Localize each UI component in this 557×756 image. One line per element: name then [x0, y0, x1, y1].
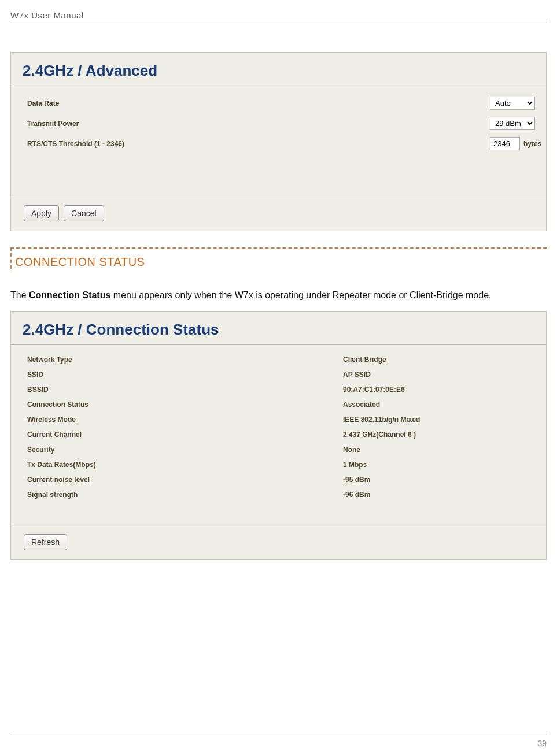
header-rule	[10, 23, 547, 23]
table-row: Tx Data Rates(Mbps) 1 Mbps	[27, 457, 530, 472]
status-value: 2.437 GHz(Channel 6 )	[343, 431, 416, 439]
footer-rule	[10, 735, 547, 735]
status-label: Tx Data Rates(Mbps)	[27, 461, 343, 469]
table-row: Signal strength -96 dBm	[27, 487, 530, 502]
status-label: Connection Status	[27, 401, 343, 409]
advanced-panel-footer: Apply Cancel	[11, 198, 546, 231]
status-label: Current noise level	[27, 476, 343, 484]
rtscts-row: RTS/CTS Threshold (1 - 2346) bytes	[27, 134, 530, 154]
section-body-text: The Connection Status menu appears only …	[10, 288, 547, 303]
transmit-power-select[interactable]: 29 dBm	[490, 117, 535, 130]
section-text-bold: Connection Status	[29, 290, 110, 300]
status-label: Security	[27, 446, 343, 454]
table-row: Security None	[27, 442, 530, 457]
page-number: 39	[10, 739, 547, 748]
cancel-button[interactable]: Cancel	[64, 205, 104, 221]
transmit-power-row: Transmit Power 29 dBm	[27, 113, 530, 134]
table-row: Wireless Mode IEEE 802.11b/g/n Mixed	[27, 412, 530, 427]
advanced-panel: 2.4GHz / Advanced Data Rate Auto Transmi…	[10, 52, 547, 231]
section-text-suffix: menu appears only when the W7x is operat…	[110, 290, 491, 300]
data-rate-row: Data Rate Auto	[27, 93, 530, 113]
status-label: Wireless Mode	[27, 416, 343, 424]
status-value: IEEE 802.11b/g/n Mixed	[343, 416, 420, 424]
page-footer: 39	[10, 735, 547, 748]
data-rate-label: Data Rate	[27, 99, 490, 108]
status-value: 90:A7:C1:07:0E:E6	[343, 386, 405, 394]
status-label: Signal strength	[27, 491, 343, 499]
table-row: Current Channel 2.437 GHz(Channel 6 )	[27, 427, 530, 442]
advanced-panel-title: 2.4GHz / Advanced	[11, 58, 546, 86]
status-panel-body: Network Type Client Bridge SSID AP SSID …	[11, 345, 546, 527]
status-value: 1 Mbps	[343, 461, 367, 469]
status-label: Current Channel	[27, 431, 343, 439]
status-label: Network Type	[27, 355, 343, 364]
section-text-prefix: The	[10, 290, 29, 300]
table-row: SSID AP SSID	[27, 367, 530, 382]
status-value: Client Bridge	[343, 355, 386, 364]
table-row: Network Type Client Bridge	[27, 352, 530, 367]
status-value: -95 dBm	[343, 476, 370, 484]
status-value: Associated	[343, 401, 380, 409]
table-row: Connection Status Associated	[27, 397, 530, 412]
status-label: BSSID	[27, 386, 343, 394]
table-row: BSSID 90:A7:C1:07:0E:E6	[27, 382, 530, 397]
refresh-button[interactable]: Refresh	[24, 534, 67, 550]
apply-button[interactable]: Apply	[24, 205, 59, 221]
table-row: Current noise level -95 dBm	[27, 472, 530, 487]
status-value: -96 dBm	[343, 491, 370, 499]
transmit-power-label: Transmit Power	[27, 120, 490, 128]
rtscts-unit: bytes	[523, 140, 541, 148]
status-value: AP SSID	[343, 370, 371, 379]
status-panel-title: 2.4GHz / Connection Status	[11, 317, 546, 345]
data-rate-select[interactable]: Auto	[490, 97, 535, 110]
status-label: SSID	[27, 370, 343, 379]
status-panel-footer: Refresh	[11, 527, 546, 559]
advanced-panel-body: Data Rate Auto Transmit Power 29 dBm RTS…	[11, 86, 546, 198]
rtscts-input[interactable]	[490, 137, 520, 150]
doc-header: W7x User Manual	[10, 10, 547, 20]
section-heading-connection-status: CONNECTION STATUS	[10, 247, 547, 269]
rtscts-label: RTS/CTS Threshold (1 - 2346)	[27, 140, 490, 148]
status-value: None	[343, 446, 360, 454]
status-panel: 2.4GHz / Connection Status Network Type …	[10, 311, 547, 560]
